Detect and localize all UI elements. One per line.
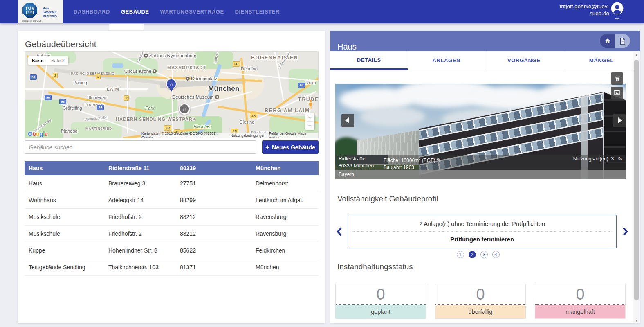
table-cell: 88212 <box>176 214 251 220</box>
table-cell: Friedhofstr. 2 <box>104 230 176 237</box>
tab-details[interactable]: DETAILS <box>330 51 408 70</box>
edit-area-icon[interactable]: ✎ <box>437 157 441 164</box>
table-row[interactable]: MusikschuleFriedhofstr. 288212Ravensburg <box>25 226 319 242</box>
map-type-karte-button[interactable]: Karte <box>28 56 47 65</box>
map-label-text: Schloss Nymphenburg <box>149 53 197 58</box>
profile-prev-button[interactable] <box>334 227 343 236</box>
table-cell: 81371 <box>176 264 251 271</box>
table-cell: Haus <box>25 180 104 187</box>
building-search-input[interactable] <box>25 140 256 154</box>
map-label: MAXVORSTADT <box>167 65 206 70</box>
road-badge: 2 <box>96 74 101 79</box>
search-row: + Neues Gebäude <box>25 140 319 154</box>
carousel-next-button[interactable] <box>613 114 626 127</box>
map-label: LAIM <box>107 87 119 92</box>
home-view-button[interactable] <box>600 34 615 48</box>
map-label-text: Würmtalstraße <box>85 115 108 122</box>
change-image-button[interactable] <box>611 87 623 99</box>
nav-item-gebäude[interactable]: GEBÄUDE <box>121 9 149 15</box>
table-row[interactable]: HausBrauereiweg 327751Delmenhorst <box>25 175 319 192</box>
tab-mängel[interactable]: MÄNGEL <box>563 51 640 70</box>
status-value: 0 <box>336 284 426 305</box>
profile-message: 2 Anlage(n) ohne Terminierung der Prüfpf… <box>348 215 616 231</box>
schedule-inspections-button[interactable]: Prüfungen terminieren <box>348 232 616 248</box>
table-cell: 85622 <box>176 247 251 254</box>
scrollbar-thumb[interactable] <box>634 60 639 300</box>
map-type-satellit-button[interactable]: Satellit <box>47 56 68 65</box>
user-email[interactable]: fritjoff.gehrke@tuev- sued.de <box>559 3 609 17</box>
map-label: Planegg <box>61 129 77 133</box>
google-logo[interactable]: Google <box>28 130 48 137</box>
table-cell: 88299 <box>176 197 251 203</box>
user-avatar-icon[interactable] <box>611 2 624 15</box>
profile-next-button[interactable] <box>621 227 630 236</box>
status-card-geplant: 0geplant <box>335 284 426 319</box>
map-label-text: Blumenau <box>87 95 108 100</box>
profile-carousel: 2 Anlage(n) ohne Terminierung der Prüfpf… <box>334 215 630 248</box>
delete-image-button[interactable] <box>611 72 623 85</box>
table-cell: Thalkirchnerstr. 103 <box>104 264 176 271</box>
table-row-selected[interactable]: HausRidlerstraße 1180339München <box>25 161 319 175</box>
map-zoom-in-button[interactable]: + <box>305 113 314 121</box>
tab-anlagen[interactable]: ANLAGEN <box>408 51 486 70</box>
map-label: Würmtalstraße <box>85 115 108 122</box>
building-marker-gray[interactable]: ⌂ <box>179 103 190 115</box>
top-nav: TÜV SÜD Mehr Sicherheit. Mehr Wert. Indu… <box>0 0 644 23</box>
usage-block: Nutzungsart(en): 3 ✎ <box>573 156 622 162</box>
document-view-button[interactable] <box>615 34 630 48</box>
scrollbar-up-icon[interactable]: ▲ <box>633 53 640 57</box>
usage-label: Nutzungsart(en): 3 <box>573 156 614 162</box>
tab-vorgänge[interactable]: VORGÄNGE <box>485 51 563 70</box>
pegman-icon[interactable] <box>308 100 313 111</box>
google-logo-letter: e <box>45 130 48 137</box>
view-toggle <box>600 34 630 48</box>
road-badge: 94 <box>298 83 305 88</box>
map-report-link[interactable]: Fehler bei Google Maps melden <box>269 131 317 139</box>
table-row[interactable]: MusikschuleFriedhofstr. 288212Ravensburg <box>25 209 319 226</box>
table-cell: Friedhofstr. 2 <box>104 214 176 220</box>
poi-camera-icon <box>186 77 190 81</box>
panel-scrollbar[interactable]: ▲ ▼ <box>633 52 640 323</box>
table-cell: Ridlerstraße 11 <box>104 165 176 171</box>
nav-item-dienstleister[interactable]: DIENSTLEISTER <box>235 9 280 15</box>
nav-item-wartungsverträge[interactable]: WARTUNGSVERTRÄGE <box>160 9 224 15</box>
address-block: Ridlerstraße 80339 München <box>339 156 384 169</box>
scrollbar-down-icon[interactable]: ▼ <box>633 319 640 322</box>
pagination-dot-1[interactable]: 1 <box>457 251 464 258</box>
map-label: München <box>208 85 240 93</box>
table-cell: Hohenlindner Str. 8 <box>104 247 176 254</box>
facts-block: Fläche: 10000m2 (BGF) ✎ Baujahr: 1963 <box>384 156 573 171</box>
map-terms-link[interactable]: Nutzungsbedingungen <box>231 133 265 138</box>
map-label: MARTINSRIED <box>85 126 112 131</box>
new-building-button[interactable]: + Neues Gebäude <box>262 140 319 154</box>
map-zoom-out-button[interactable]: − <box>305 122 314 130</box>
map-label-text: Planegg <box>61 129 77 133</box>
building-overview-panel: Gebäudeübersicht AubingAlte AlleeSchloss… <box>18 31 325 323</box>
table-row[interactable]: WohnhausAdeleggstr 1488299Leutkirch im A… <box>25 192 319 209</box>
table-cell: Delmenhorst <box>251 180 319 187</box>
table-cell: Musikschule <box>25 230 104 237</box>
table-cell: Haus <box>25 165 104 171</box>
buildings-table: HausRidlerstraße 1180339München HausBrau… <box>25 161 319 276</box>
map-label: BERG AM LAIM <box>265 108 310 113</box>
tuv-sued-logo[interactable]: TÜV SÜD Mehr Sicherheit. Mehr Wert. Indu… <box>18 0 63 23</box>
table-row[interactable]: KrippeHohenlindner Str. 885622Feldkirche… <box>25 242 319 259</box>
building-marker-blue[interactable]: ⌂ <box>166 79 177 89</box>
map-shape <box>112 63 123 68</box>
photo-cloud <box>360 106 425 127</box>
pagination-dot-3[interactable]: 3 <box>480 251 488 258</box>
road-badge: 96 <box>59 99 66 104</box>
pagination-dot-4[interactable]: 4 <box>492 251 500 258</box>
status-section-title: Instandhaltungsstatus <box>337 262 413 271</box>
map[interactable]: AubingAlte AlleeSchloss NymphenburgBOGEN… <box>25 51 319 138</box>
logo-text-sud: SÜD <box>26 11 34 14</box>
edit-usage-icon[interactable]: ✎ <box>618 156 622 162</box>
table-row[interactable]: Testgebäude SendlingThalkirchnerstr. 103… <box>25 259 319 276</box>
pagination-dot-2[interactable]: 2 <box>469 251 476 258</box>
map-label: PASING-OBERMENZING <box>71 72 115 76</box>
map-label: Blumenau <box>87 95 108 100</box>
carousel-prev-button[interactable] <box>341 114 354 127</box>
nav-item-dashboard[interactable]: DASHBOARD <box>74 9 110 15</box>
road-badge: 2 <box>53 73 58 78</box>
status-label: überfällig <box>435 305 525 318</box>
